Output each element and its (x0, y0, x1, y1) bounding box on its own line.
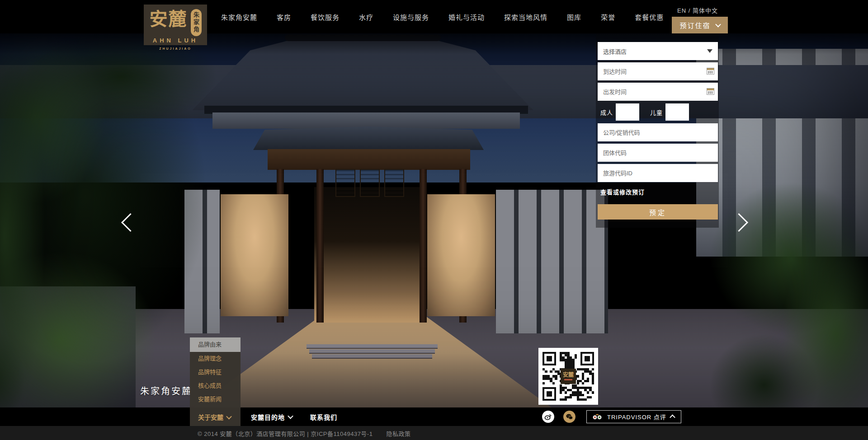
menu-item-brand-philosophy[interactable]: 品牌理念 (190, 352, 241, 365)
calendar-icon[interactable] (707, 88, 714, 95)
qr-finder-icon (542, 387, 556, 401)
privacy-policy-link[interactable]: 隐私政策 (387, 431, 411, 437)
menu-item-ahnluh-news[interactable]: 安麓新闻 (190, 393, 241, 406)
promo-code-input[interactable] (598, 123, 718, 141)
footer-contact-link[interactable]: 联系我们 (310, 407, 337, 426)
brand-logo[interactable]: 安麓 朱家角 AHN LUH ZHUJIAJIAO (144, 5, 207, 45)
nav-item-weddings[interactable]: 婚礼与活动 (448, 12, 485, 22)
view-modify-reservation-link[interactable]: 查看或修改预订 (600, 187, 645, 196)
logo-chinese-name: 安麓 (150, 9, 188, 29)
children-label: 儿童 (650, 108, 663, 117)
nav-item-spa[interactable]: 水疗 (359, 12, 373, 22)
copyright-text: © 2014 安麓（北京）酒店管理有限公司 | 京ICP备11049437号-1 (198, 431, 373, 437)
adults-label: 成人 (600, 108, 613, 117)
tripadvisor-label: TRIPADVISOR 点评 (607, 412, 666, 421)
about-dropdown-menu: 品牌由来 品牌理念 品牌特征 核心成员 安麓新闻 关于安麓 (190, 337, 241, 426)
language-switch[interactable]: EN / 简体中文 (677, 6, 718, 14)
nav-item-offers[interactable]: 套餐优惠 (635, 12, 664, 22)
nav-item-facilities[interactable]: 设施与服务 (393, 12, 429, 22)
footer-about-link[interactable]: 关于安麓 (198, 412, 231, 421)
qr-center-label: 安麓 (563, 372, 574, 378)
logo-location-badge: 朱家角 (191, 9, 202, 36)
hotel-select-value: 选择酒店 (603, 47, 627, 56)
nav-item-dining[interactable]: 餐饮服务 (311, 12, 340, 22)
wechat-icon[interactable] (563, 411, 576, 423)
qr-finder-icon (542, 352, 556, 365)
adults-input[interactable] (616, 103, 639, 121)
nav-item-hotel[interactable]: 朱家角安麓 (221, 12, 257, 22)
logo-subtitle: ZHUJIAJIAO (159, 47, 192, 50)
chevron-up-icon (670, 415, 675, 421)
footer-destinations-label: 安麓目的地 (251, 412, 285, 421)
hotel-select[interactable]: 选择酒店 (598, 42, 718, 60)
reserve-button[interactable]: 预定 (598, 204, 718, 220)
nav-item-rooms[interactable]: 客房 (277, 12, 291, 22)
footer-bar: 安麓目的地 联系我们 (0, 407, 868, 426)
chevron-down-icon (226, 413, 232, 419)
hero-top-shadow (0, 33, 868, 54)
chevron-down-icon (288, 413, 293, 419)
calendar-icon[interactable] (707, 68, 714, 75)
footer-about-label: 关于安麓 (198, 412, 223, 421)
nav-item-awards[interactable]: 荣誉 (601, 12, 615, 22)
chevron-down-icon (715, 22, 721, 28)
copyright-bar: © 2014 安麓（北京）酒店管理有限公司 | 京ICP备11049437号-1… (0, 426, 868, 440)
logo-latin-name: AHN LUH (153, 37, 198, 44)
tripadvisor-button[interactable]: TRIPADVISOR 点评 (586, 410, 681, 423)
dropdown-triangle-icon (707, 49, 712, 53)
travel-agent-id-input[interactable] (598, 164, 718, 182)
menu-item-brand-origin[interactable]: 品牌由来 (190, 337, 241, 352)
menu-item-core-members[interactable]: 核心成员 (190, 379, 241, 393)
book-stay-button[interactable]: 预订住宿 (672, 17, 728, 33)
arrival-date-input[interactable] (598, 62, 718, 80)
footer-contact-label: 联系我们 (310, 412, 337, 421)
menu-item-brand-features[interactable]: 品牌特征 (190, 365, 241, 379)
group-code-input[interactable] (598, 144, 718, 162)
main-nav: 朱家角安麓 客房 餐饮服务 水疗 设施与服务 婚礼与活动 探索当地风情 图库 荣… (221, 0, 664, 33)
footer-destinations-link[interactable]: 安麓目的地 (251, 407, 292, 426)
weibo-icon[interactable] (542, 411, 554, 423)
qr-finder-icon (580, 352, 594, 365)
children-input[interactable] (665, 103, 689, 121)
nav-item-gallery[interactable]: 图库 (567, 12, 581, 22)
book-stay-label: 预订住宿 (679, 20, 710, 30)
group-code-field (598, 144, 718, 162)
departure-date-field (598, 83, 718, 101)
arrival-date-field (598, 62, 718, 80)
qr-code: 安麓 (538, 348, 598, 405)
departure-date-input[interactable] (598, 83, 718, 101)
promo-code-field (598, 123, 718, 141)
slide-caption: 朱家角安麓 (140, 384, 192, 397)
travel-agent-id-field (598, 164, 718, 182)
page: 朱家角安麓 安麓 朱家角 AHN LUH ZHUJIAJIAO 朱家角安麓 客房… (0, 0, 868, 440)
nav-item-explore[interactable]: 探索当地风情 (504, 12, 547, 22)
tripadvisor-owl-icon (591, 413, 603, 421)
qr-center-logo: 安麓 (561, 369, 576, 384)
guest-count-row: 成人 儿童 (598, 103, 718, 121)
